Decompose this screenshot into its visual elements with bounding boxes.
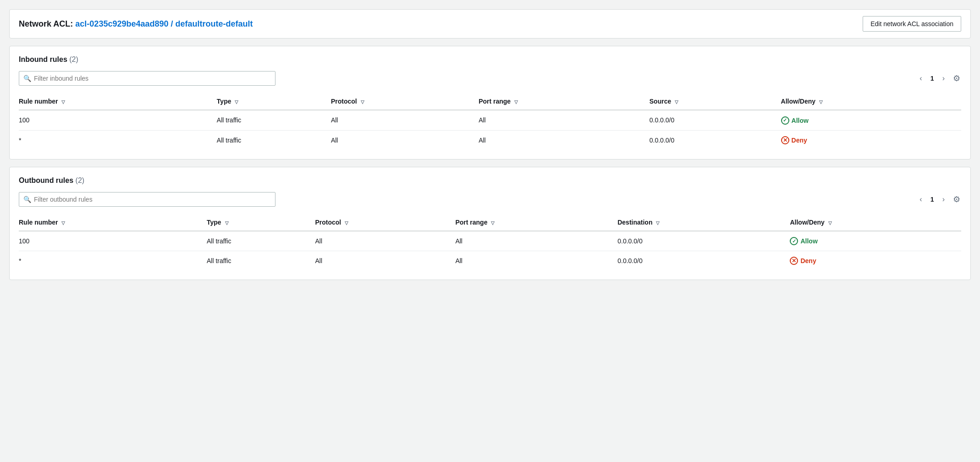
inbound-col-type: Type ▽ [217,93,331,110]
inbound-col-source: Source ▽ [650,93,781,110]
outbound-col-destination: Destination ▽ [617,214,790,231]
type-cell: All traffic [217,130,331,150]
protocol-cell: All [331,110,479,130]
sort-icon: ▽ [828,220,832,226]
sort-icon: ▽ [345,220,348,226]
inbound-filter-input[interactable] [19,71,275,86]
sort-icon: ▽ [361,99,364,104]
outbound-table-header-row: Rule number ▽ Type ▽ Protocol ▽ Port ran… [19,214,961,231]
source-cell: 0.0.0.0/0 [650,130,781,150]
deny-label: Deny [800,257,816,264]
allow-deny-cell: ✓ Allow [790,231,961,251]
outbound-count: (2) [76,176,85,184]
sort-icon: ▽ [61,99,65,104]
rule-number-cell: * [19,251,207,271]
acl-link[interactable]: acl-0235c929be4aad890 / defaultroute-def… [75,19,253,28]
table-row: * All traffic All All 0.0.0.0/0 ✕ Deny [19,251,961,271]
inbound-col-allow-deny: Allow/Deny ▽ [781,93,961,110]
inbound-pagination: ‹ 1 › ⚙ [917,72,961,84]
outbound-rules-table: Rule number ▽ Type ▽ Protocol ▽ Port ran… [19,214,961,271]
outbound-filter-row: 🔍 ‹ 1 › ⚙ [19,192,961,207]
deny-badge: ✕ Deny [781,136,807,144]
outbound-col-allow-deny: Allow/Deny ▽ [790,214,961,231]
deny-icon: ✕ [781,136,789,144]
type-cell: All traffic [217,110,331,130]
allow-icon: ✓ [790,237,798,245]
sort-icon: ▽ [656,220,660,226]
outbound-rules-section: Outbound rules (2) 🔍 ‹ 1 › ⚙ Rule number… [9,167,971,280]
allow-label: Allow [800,237,817,245]
port-range-cell: All [455,251,617,271]
outbound-page-number: 1 [928,196,937,203]
table-row: 100 All traffic All All 0.0.0.0/0 ✓ Allo… [19,231,961,251]
deny-badge: ✕ Deny [790,257,816,265]
type-cell: All traffic [207,231,315,251]
destination-cell: 0.0.0.0/0 [617,231,790,251]
source-cell: 0.0.0.0/0 [650,110,781,130]
protocol-cell: All [315,251,455,271]
deny-icon: ✕ [790,257,798,265]
inbound-prev-page-button[interactable]: ‹ [917,73,925,83]
allow-deny-cell: ✕ Deny [781,130,961,150]
outbound-pagination: ‹ 1 › ⚙ [917,193,961,205]
sort-icon: ▽ [225,220,229,226]
sort-icon: ▽ [514,99,518,104]
outbound-col-port-range: Port range ▽ [455,214,617,231]
sort-icon: ▽ [61,220,65,226]
inbound-page-number: 1 [928,75,937,82]
allow-badge: ✓ Allow [790,237,817,245]
table-row: 100 All traffic All All 0.0.0.0/0 ✓ Allo… [19,110,961,130]
protocol-cell: All [315,231,455,251]
rule-number-cell: 100 [19,110,217,130]
outbound-filter-wrap: 🔍 [19,192,275,207]
inbound-col-protocol: Protocol ▽ [331,93,479,110]
allow-deny-cell: ✕ Deny [790,251,961,271]
search-icon: 🔍 [23,75,31,82]
allow-label: Allow [792,117,809,124]
destination-cell: 0.0.0.0/0 [617,251,790,271]
title-static-text: Network ACL: [19,19,75,28]
sort-icon: ▽ [675,99,678,104]
outbound-filter-input[interactable] [19,192,275,207]
port-range-cell: All [479,130,650,150]
inbound-col-rule-number: Rule number ▽ [19,93,217,110]
sort-icon: ▽ [819,99,823,104]
inbound-count: (2) [69,55,78,63]
outbound-settings-button[interactable]: ⚙ [952,193,961,205]
outbound-rules-header: Outbound rules (2) [19,176,961,185]
inbound-filter-wrap: 🔍 [19,71,275,86]
protocol-cell: All [331,130,479,150]
inbound-rules-table: Rule number ▽ Type ▽ Protocol ▽ Port ran… [19,93,961,150]
table-row: * All traffic All All 0.0.0.0/0 ✕ Deny [19,130,961,150]
outbound-next-page-button[interactable]: › [940,194,947,204]
type-cell: All traffic [207,251,315,271]
inbound-filter-row: 🔍 ‹ 1 › ⚙ [19,71,961,86]
inbound-next-page-button[interactable]: › [940,73,947,83]
inbound-table-header-row: Rule number ▽ Type ▽ Protocol ▽ Port ran… [19,93,961,110]
allow-icon: ✓ [781,116,789,125]
outbound-prev-page-button[interactable]: ‹ [917,194,925,204]
rule-number-cell: * [19,130,217,150]
inbound-col-port-range: Port range ▽ [479,93,650,110]
search-icon: 🔍 [23,196,31,203]
port-range-cell: All [455,231,617,251]
deny-label: Deny [792,137,807,144]
sort-icon: ▽ [235,99,238,104]
outbound-col-type: Type ▽ [207,214,315,231]
allow-deny-cell: ✓ Allow [781,110,961,130]
port-range-cell: All [479,110,650,130]
inbound-rules-header: Inbound rules (2) [19,55,961,64]
inbound-rules-section: Inbound rules (2) 🔍 ‹ 1 › ⚙ Rule number … [9,46,971,160]
edit-network-acl-button[interactable]: Edit network ACL association [863,16,961,32]
inbound-settings-button[interactable]: ⚙ [952,72,961,84]
inbound-title: Inbound rules [19,55,67,63]
rule-number-cell: 100 [19,231,207,251]
sort-icon: ▽ [491,220,495,226]
outbound-col-rule-number: Rule number ▽ [19,214,207,231]
page-header: Network ACL: acl-0235c929be4aad890 / def… [9,9,971,38]
page-title: Network ACL: acl-0235c929be4aad890 / def… [19,19,253,29]
allow-badge: ✓ Allow [781,116,809,125]
outbound-col-protocol: Protocol ▽ [315,214,455,231]
outbound-title: Outbound rules [19,176,73,184]
